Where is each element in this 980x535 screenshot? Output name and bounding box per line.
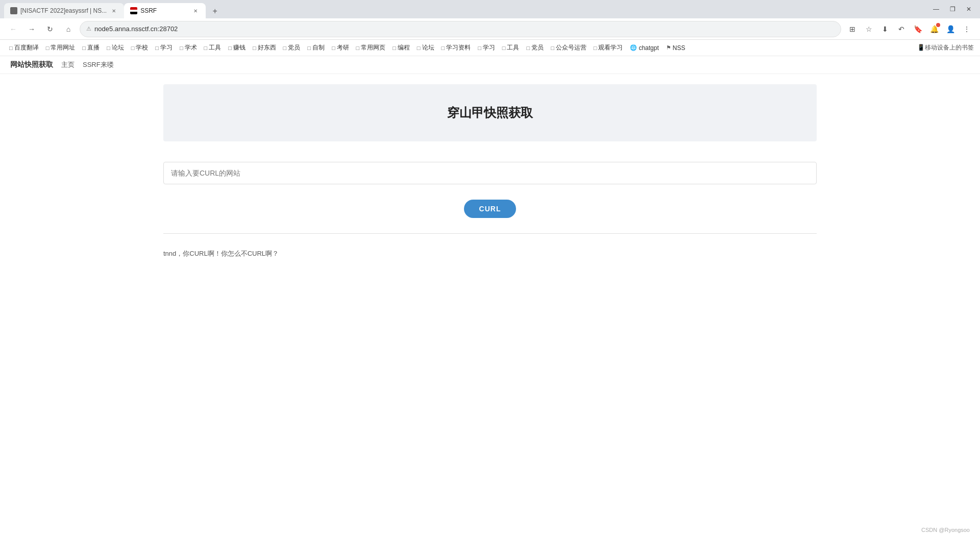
- forward-button[interactable]: →: [24, 22, 39, 36]
- bookmark-gongzhonghao[interactable]: □ 公众号运营: [548, 42, 590, 53]
- bookmark-folder-icon: □: [502, 45, 506, 51]
- notification-icon[interactable]: 🔔: [927, 22, 941, 36]
- bookmark-label: 公众号运营: [556, 43, 586, 52]
- tab-favicon-2: [130, 7, 137, 14]
- bookmark-baidufanyi[interactable]: □ 百度翻译: [6, 42, 42, 53]
- tab-close-1[interactable]: ✕: [110, 7, 118, 15]
- bookmark-gongju[interactable]: □ 工具: [201, 42, 225, 53]
- bookmark-xueshu[interactable]: □ 学术: [177, 42, 200, 53]
- curl-button-wrapper: CURL: [163, 200, 817, 218]
- bookmark-nss[interactable]: ⚑ NSS: [663, 43, 689, 53]
- bookmark-xuexi2[interactable]: □ 学习: [475, 42, 498, 53]
- bookmark-label: 论坛: [422, 43, 434, 52]
- site-brand: 网站快照获取: [10, 60, 53, 69]
- bookmark-label: 百度翻译: [14, 43, 39, 52]
- home-button[interactable]: ⌂: [61, 22, 76, 36]
- bookmark-changyong[interactable]: □ 常用网址: [43, 42, 79, 53]
- address-text: node5.anna.nssctf.cn:28702: [94, 25, 835, 33]
- bookmark-label: 编程: [398, 43, 410, 52]
- minimize-button[interactable]: —: [929, 2, 943, 16]
- title-bar: [NISACTF 2022]easyssrf | NS... ✕ SSRF ✕ …: [0, 0, 980, 18]
- nav-link-home[interactable]: 主页: [61, 60, 75, 69]
- bookmark-folder-icon: □: [356, 45, 360, 51]
- profile-icon[interactable]: 👤: [943, 22, 958, 36]
- bookmark-dangyuan[interactable]: □ 党员: [280, 42, 304, 53]
- bookmark-folder-icon: □: [526, 45, 530, 51]
- tab-bar-area: [NISACTF 2022]easyssrf | NS... ✕ SSRF ✕ …: [4, 0, 927, 18]
- bookmark-label: 论坛: [112, 43, 124, 52]
- bookmark-folder-icon: □: [594, 45, 597, 51]
- bookmark-folder-icon: □: [332, 45, 335, 51]
- bookmark-folder-icon: □: [180, 45, 183, 51]
- bookmark-luntan2[interactable]: □ 论坛: [414, 42, 437, 53]
- bookmark-zizhi[interactable]: □ 自制: [304, 42, 328, 53]
- bookmark-label: 学术: [185, 43, 197, 52]
- bookmark-chatgpt[interactable]: 🌐 chatgpt: [627, 43, 662, 53]
- bookmark-luntan[interactable]: □ 论坛: [104, 42, 127, 53]
- hero-title: 穿山甲快照获取: [174, 105, 806, 121]
- tab-close-2[interactable]: ✕: [191, 7, 200, 15]
- bookmark-label: 考研: [337, 43, 349, 52]
- bookmark-zhibo[interactable]: □ 直播: [79, 42, 103, 53]
- browser-frame: [NISACTF 2022]easyssrf | NS... ✕ SSRF ✕ …: [0, 0, 980, 535]
- bookmark-label: 直播: [87, 43, 100, 52]
- bookmark-label: NSS: [673, 44, 685, 52]
- main-area: CURL tnnd，你CURL啊！你怎么不CURL啊？: [0, 152, 980, 274]
- tab-active[interactable]: SSRF ✕: [124, 3, 206, 18]
- bookmark-xuexi[interactable]: □ 学习: [152, 42, 176, 53]
- bookmark-folder-icon: □: [155, 45, 159, 51]
- close-button[interactable]: ✕: [962, 2, 976, 16]
- back-button[interactable]: ←: [6, 22, 20, 36]
- nav-link-ssrf[interactable]: SSRF来喽: [83, 60, 114, 69]
- bookmark-label: chatgpt: [639, 44, 658, 52]
- bookmark-chatgpt-icon: 🌐: [630, 44, 637, 51]
- menu-icon[interactable]: ⋮: [960, 22, 974, 36]
- bookmark-label: 自制: [312, 43, 325, 52]
- bookmark-folder-icon: □: [46, 45, 50, 51]
- nav-right-icons: ⊞ ☆ ⬇ ↶ 🔖 🔔 👤 ⋮: [845, 22, 974, 36]
- curl-button[interactable]: CURL: [464, 200, 517, 218]
- history-icon[interactable]: ↶: [894, 22, 909, 36]
- bookmark-changyongwangye[interactable]: □ 常用网页: [353, 42, 389, 53]
- footer-credit: CSDN @Ryongsoo: [921, 527, 970, 533]
- mobile-bookmarks[interactable]: 📱移动设备上的书签: [917, 43, 974, 52]
- bookmark-biancheng[interactable]: □ 编程: [389, 42, 413, 53]
- message-text: tnnd，你CURL啊！你怎么不CURL啊？: [163, 244, 817, 263]
- download-icon[interactable]: ⬇: [878, 22, 892, 36]
- address-bar[interactable]: ⚠ node5.anna.nssctf.cn:28702: [80, 21, 841, 37]
- bookmarks-bar: □ 百度翻译 □ 常用网址 □ 直播 □ 论坛 □ 学校 □ 学习 □ 学术 □: [0, 40, 980, 56]
- bookmark-folder-icon: □: [307, 45, 311, 51]
- navigation-bar: ← → ↻ ⌂ ⚠ node5.anna.nssctf.cn:28702 ⊞ ☆…: [0, 18, 980, 40]
- bookmark-dangyuan2[interactable]: □ 党员: [523, 42, 547, 53]
- security-icon: ⚠: [86, 26, 91, 32]
- bookmark-folder-icon: □: [82, 45, 86, 51]
- bookmark-haodongxi[interactable]: □ 好东西: [250, 42, 279, 53]
- bookmark-folder-icon: □: [551, 45, 554, 51]
- bookmark-folder-icon: □: [442, 45, 445, 51]
- window-controls: — ❐ ✕: [929, 2, 976, 16]
- bookmark-folder-icon: □: [283, 45, 287, 51]
- bookmark-manager-icon[interactable]: 🔖: [911, 22, 925, 36]
- bookmark-label: 党员: [288, 43, 300, 52]
- page-footer: CSDN @Ryongsoo: [921, 525, 970, 535]
- bookmark-label: 党员: [531, 43, 544, 52]
- bookmark-xuexiziliao[interactable]: □ 学习资料: [438, 42, 474, 53]
- bookmark-folder-icon: □: [417, 45, 421, 51]
- bookmark-folder-icon: □: [204, 45, 208, 51]
- bookmark-gongju2[interactable]: □ 工具: [499, 42, 523, 53]
- tab-inactive[interactable]: [NISACTF 2022]easyssrf | NS... ✕: [4, 3, 124, 18]
- url-input[interactable]: [163, 162, 817, 184]
- new-tab-button[interactable]: +: [208, 4, 222, 18]
- bookmark-label: 学习: [483, 43, 495, 52]
- tab-label-1: [NISACTF 2022]easyssrf | NS...: [20, 7, 107, 14]
- bookmark-star-icon[interactable]: ☆: [862, 22, 876, 36]
- maximize-button[interactable]: ❐: [945, 2, 960, 16]
- refresh-button[interactable]: ↻: [43, 22, 57, 36]
- bookmark-kaoyan[interactable]: □ 考研: [329, 42, 352, 53]
- bookmark-xuexiao[interactable]: □ 学校: [128, 42, 152, 53]
- notification-badge: [936, 23, 940, 27]
- extensions-icon[interactable]: ⊞: [845, 22, 860, 36]
- tab-favicon-1: [10, 7, 17, 14]
- bookmark-guankan[interactable]: □ 观看学习: [591, 42, 626, 53]
- bookmark-zhuanqian[interactable]: □ 赚钱: [225, 42, 249, 53]
